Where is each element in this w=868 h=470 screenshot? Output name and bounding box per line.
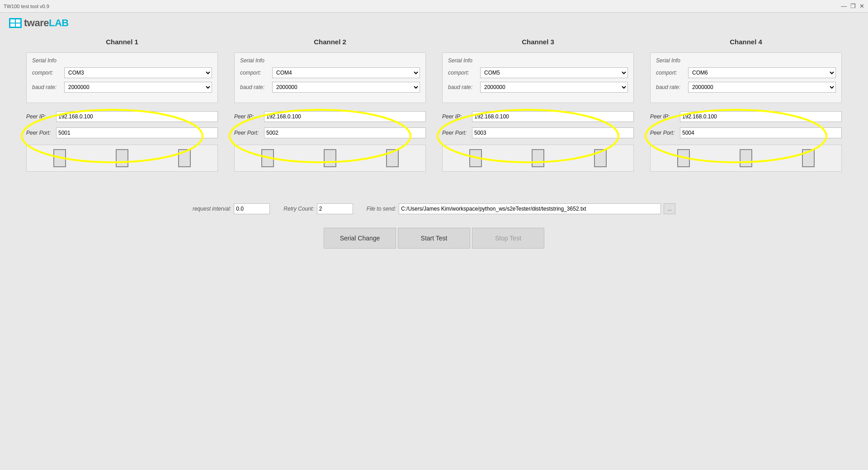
channel-1-comport-select[interactable]: COM3COM4COM5COM6 <box>64 67 212 78</box>
channel-2-baudrate-label: baud rate: <box>240 84 269 90</box>
settings-row: request interval: Retry Count: File to s… <box>18 203 850 214</box>
channel-3-peerport-input[interactable] <box>472 127 634 138</box>
channel-2-comport-select[interactable]: COM3COM4COM5COM6 <box>272 67 420 78</box>
channel-4-peerport-input[interactable] <box>680 127 842 138</box>
retry-count-label: Retry Count: <box>283 206 314 212</box>
file-to-send-label: File to send: <box>367 206 396 212</box>
channel-2-peerip-label: Peer IP: <box>234 113 261 120</box>
channel-1-title: Channel 1 <box>26 38 218 46</box>
channel-4-peerip-input[interactable] <box>680 111 842 122</box>
channel-4-peerport-label: Peer Port: <box>650 130 677 136</box>
retry-count-input[interactable] <box>317 203 353 214</box>
channel-4-comport-select[interactable]: COM3COM4COM5COM6 <box>688 67 836 78</box>
channel-3-baudrate-select[interactable]: 2000000 <box>480 82 628 93</box>
request-interval-input[interactable] <box>234 203 270 214</box>
maximize-button[interactable]: ❐ <box>850 3 856 9</box>
channel-2-indicator-1 <box>261 149 274 167</box>
channel-4-indicator-1 <box>677 149 690 167</box>
channel-1-comport-label: comport: <box>32 70 61 76</box>
channel-3-indicators <box>442 145 634 172</box>
minimize-button[interactable]: — <box>841 3 847 9</box>
channel-2-comport-label: comport: <box>240 70 269 76</box>
channel-2-serial-label: Serial Info <box>240 57 420 64</box>
channel-4-serial-info: Serial Info comport: COM3COM4COM5COM6 ba… <box>650 52 842 103</box>
channel-3-comport-label: comport: <box>448 70 477 76</box>
channel-2-indicator-2 <box>324 149 336 167</box>
channel-1-peerip-label: Peer IP: <box>26 113 53 120</box>
file-to-send-input[interactable] <box>399 203 661 214</box>
channel-2-indicator-3 <box>386 149 399 167</box>
channel-3-title: Channel 3 <box>442 38 634 46</box>
channel-3-comport-select[interactable]: COM3COM4COM5COM6 <box>480 67 628 78</box>
channel-3-block: Channel 3 Serial Info comport: COM3COM4C… <box>434 38 642 176</box>
channel-3-peerport-label: Peer Port: <box>442 130 469 136</box>
channel-1-indicator-2 <box>116 149 128 167</box>
svg-rect-1 <box>10 24 15 27</box>
svg-rect-3 <box>16 24 20 27</box>
start-test-button[interactable]: Start Test <box>398 228 470 249</box>
request-interval-item: request interval: <box>193 203 270 214</box>
serial-change-button[interactable]: Serial Change <box>324 228 396 249</box>
svg-rect-2 <box>16 19 20 23</box>
channel-2-peerip-input[interactable] <box>264 111 426 122</box>
stop-test-button[interactable]: Stop Test <box>472 228 544 249</box>
title-bar: TW100 test tool v0.9 — ❐ ✕ <box>0 0 868 13</box>
channel-2-title: Channel 2 <box>234 38 426 46</box>
retry-count-item: Retry Count: <box>283 203 353 214</box>
logo-area: tware LAB <box>0 13 868 33</box>
channel-3-peer-section: Peer IP: Peer Port: <box>442 111 634 138</box>
channel-1-indicators <box>26 145 218 172</box>
channel-3-indicator-1 <box>469 149 482 167</box>
channel-1-peer-section: Peer IP: Peer Port: <box>26 111 218 138</box>
channel-1-baudrate-label: baud rate: <box>32 84 61 90</box>
channel-4-comport-label: comport: <box>656 70 685 76</box>
channel-2-peer-section: Peer IP: Peer Port: <box>234 111 426 138</box>
channel-4-peer-section: Peer IP: Peer Port: <box>650 111 842 138</box>
channel-4-baudrate-label: baud rate: <box>656 84 685 90</box>
channel-2-indicators <box>234 145 426 172</box>
channel-4-title: Channel 4 <box>650 38 842 46</box>
logo-lab: LAB <box>49 17 69 29</box>
channel-4-peerip-label: Peer IP: <box>650 113 677 120</box>
file-to-send-item: File to send: ... <box>367 203 675 214</box>
channel-2-peerport-input[interactable] <box>264 127 426 138</box>
channels-container: Channel 1 Serial Info comport: COM3COM4C… <box>18 38 850 176</box>
close-button[interactable]: ✕ <box>859 3 864 9</box>
app-title: TW100 test tool v0.9 <box>4 4 49 9</box>
channel-3-serial-info: Serial Info comport: COM3COM4COM5COM6 ba… <box>442 52 634 103</box>
channel-2-block: Channel 2 Serial Info comport: COM3COM4C… <box>226 38 434 176</box>
channel-2-serial-info: Serial Info comport: COM3COM4COM5COM6 ba… <box>234 52 426 103</box>
channel-4-indicators <box>650 145 842 172</box>
channel-1-peerport-input[interactable] <box>56 127 218 138</box>
channel-4-serial-label: Serial Info <box>656 57 836 64</box>
channel-4-indicator-3 <box>802 149 815 167</box>
channel-2-peerport-label: Peer Port: <box>234 130 261 136</box>
request-interval-label: request interval: <box>193 206 231 212</box>
channel-3-serial-label: Serial Info <box>448 57 628 64</box>
channel-4-baudrate-select[interactable]: 2000000 <box>688 82 836 93</box>
logo-tware: tware <box>24 17 49 29</box>
logo-icon <box>9 18 22 28</box>
channel-3-baudrate-label: baud rate: <box>448 84 477 90</box>
browse-button[interactable]: ... <box>664 203 675 214</box>
channel-2-baudrate-select[interactable]: 2000000 <box>272 82 420 93</box>
channel-1-serial-label: Serial Info <box>32 57 212 64</box>
channel-1-baudrate-select[interactable]: 2000000 <box>64 82 212 93</box>
channel-4-indicator-2 <box>740 149 752 167</box>
channel-1-peerport-label: Peer Port: <box>26 130 53 136</box>
channel-1-indicator-3 <box>178 149 191 167</box>
channel-3-peerip-input[interactable] <box>472 111 634 122</box>
channel-1-peerip-input[interactable] <box>56 111 218 122</box>
svg-rect-0 <box>10 19 15 23</box>
channel-3-indicator-3 <box>594 149 607 167</box>
channel-3-indicator-2 <box>532 149 544 167</box>
channel-1-block: Channel 1 Serial Info comport: COM3COM4C… <box>18 38 226 176</box>
action-buttons: Serial Change Start Test Stop Test <box>18 228 850 249</box>
channel-3-peerip-label: Peer IP: <box>442 113 469 120</box>
channel-1-serial-info: Serial Info comport: COM3COM4COM5COM6 ba… <box>26 52 218 103</box>
channel-4-block: Channel 4 Serial Info comport: COM3COM4C… <box>642 38 850 176</box>
channel-1-indicator-1 <box>53 149 66 167</box>
